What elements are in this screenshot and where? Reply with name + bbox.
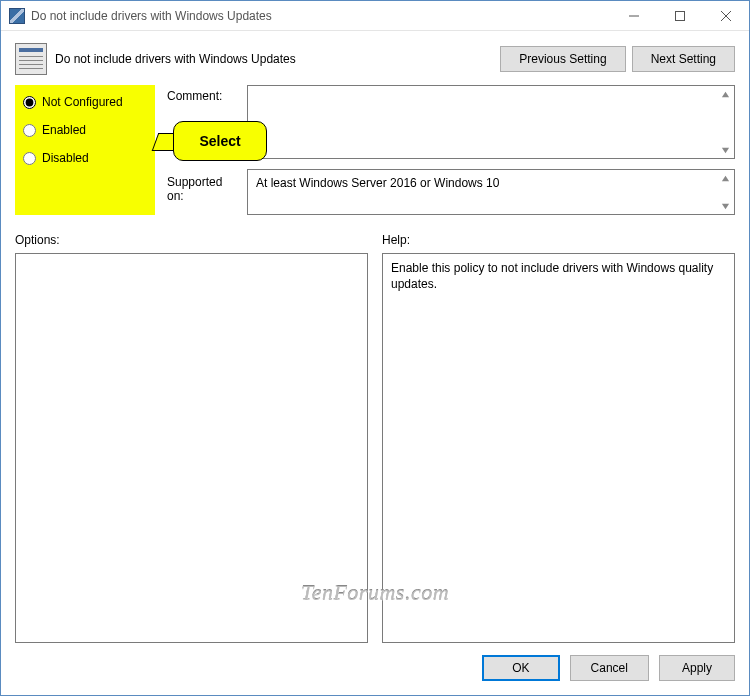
options-label: Options:: [15, 233, 368, 247]
scroll-up-icon[interactable]: [717, 170, 734, 186]
radio-not-configured-input[interactable]: [23, 96, 36, 109]
radio-disabled[interactable]: Disabled: [23, 151, 147, 165]
help-pane: Enable this policy to not include driver…: [382, 253, 735, 643]
help-label: Help:: [382, 233, 735, 247]
radio-disabled-input[interactable]: [23, 152, 36, 165]
comment-value: [256, 92, 716, 152]
dialog-window: Do not include drivers with Windows Upda…: [0, 0, 750, 696]
policy-large-icon: [15, 43, 47, 75]
footer: OK Cancel Apply: [1, 643, 749, 695]
settings-area: Not Configured Enabled Disabled Comment:: [1, 85, 749, 215]
scroll-down-icon[interactable]: [717, 198, 734, 214]
radio-enabled-label: Enabled: [42, 123, 86, 137]
ok-button[interactable]: OK: [482, 655, 559, 681]
titlebar: Do not include drivers with Windows Upda…: [1, 1, 749, 31]
comment-textarea[interactable]: [247, 85, 735, 159]
radio-disabled-label: Disabled: [42, 151, 89, 165]
maximize-button[interactable]: [657, 1, 703, 30]
scroll-down-icon[interactable]: [717, 142, 734, 158]
radio-enabled[interactable]: Enabled: [23, 123, 147, 137]
radio-enabled-input[interactable]: [23, 124, 36, 137]
scroll-up-icon[interactable]: [717, 86, 734, 102]
comment-label: Comment:: [167, 85, 239, 103]
minimize-button[interactable]: [611, 1, 657, 30]
window-controls: [611, 1, 749, 30]
state-radio-group: Not Configured Enabled Disabled: [15, 85, 155, 215]
close-button[interactable]: [703, 1, 749, 30]
header: Do not include drivers with Windows Upda…: [1, 31, 749, 85]
supported-on-value: At least Windows Server 2016 or Windows …: [256, 176, 716, 208]
radio-not-configured-label: Not Configured: [42, 95, 123, 109]
cancel-button[interactable]: Cancel: [570, 655, 649, 681]
comment-scrollbar[interactable]: [717, 86, 734, 158]
svg-rect-0: [676, 11, 685, 20]
supported-scrollbar[interactable]: [717, 170, 734, 214]
apply-button[interactable]: Apply: [659, 655, 735, 681]
supported-on-label: Supported on:: [167, 169, 239, 203]
titlebar-title: Do not include drivers with Windows Upda…: [31, 9, 611, 23]
policy-icon: [9, 8, 25, 24]
help-text: Enable this policy to not include driver…: [391, 260, 726, 292]
header-title: Do not include drivers with Windows Upda…: [55, 52, 500, 66]
radio-not-configured[interactable]: Not Configured: [23, 95, 147, 109]
next-setting-button[interactable]: Next Setting: [632, 46, 735, 72]
previous-setting-button[interactable]: Previous Setting: [500, 46, 625, 72]
lower-panes: Options: Help: Enable this policy to not…: [1, 215, 749, 643]
options-pane: [15, 253, 368, 643]
supported-on-field: At least Windows Server 2016 or Windows …: [247, 169, 735, 215]
